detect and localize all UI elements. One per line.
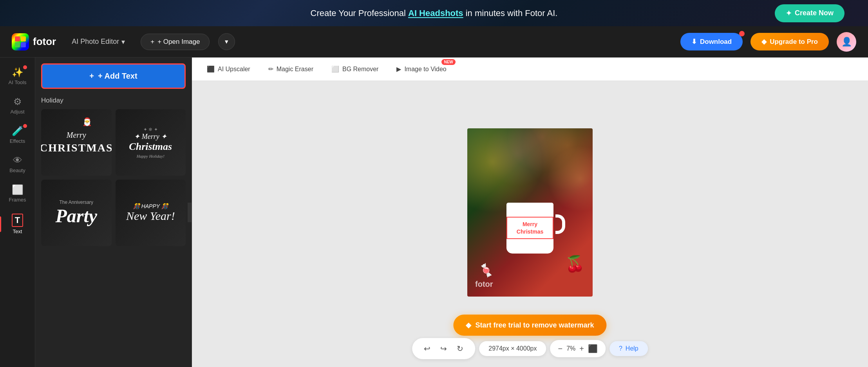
create-now-label: Create Now (795, 9, 834, 17)
fit-to-screen-button[interactable]: ⬛ (588, 344, 598, 353)
dimensions-display: 2974px × 4000px (479, 341, 546, 356)
tab-bg-remover[interactable]: ⬜ BG Remover (324, 62, 385, 76)
logo-area: fotor (12, 33, 56, 50)
avatar[interactable]: 👤 (837, 32, 856, 52)
help-button[interactable]: ? Help (609, 341, 648, 356)
adjust-icon: ⚙ (13, 96, 22, 107)
banner-text: Create Your Professional AI Headshots in… (311, 8, 558, 18)
zoom-controls: − 7% + ⬛ (550, 340, 606, 357)
photo-background: Merry Christmas 🍒 🍬 fotor (467, 128, 593, 297)
download-notification-badge (739, 31, 745, 36)
download-label: Download (700, 38, 732, 46)
open-image-dropdown-button[interactable]: ▾ (218, 33, 235, 50)
open-image-button[interactable]: + + Open Image (141, 34, 210, 50)
sidebar-item-beauty[interactable]: 👁 Beauty (0, 149, 35, 179)
canvas-area: ⬛ AI Upscaler ✏ Magic Eraser ⬜ BG Remove… (192, 58, 868, 367)
effects-notification-dot (23, 124, 27, 128)
rotate-button[interactable]: ↻ (453, 342, 467, 355)
nav-button-group: ↩ ↪ ↻ (412, 338, 475, 359)
image-to-video-icon: ▶ (396, 65, 401, 73)
add-text-label: + Add Text (98, 72, 137, 81)
mug-text-box[interactable]: Merry Christmas (506, 217, 553, 239)
download-button[interactable]: ⬇ Download (680, 33, 743, 50)
effects-label: Effects (10, 138, 25, 144)
upgrade-button[interactable]: ◆ Upgrade to Pro (750, 33, 829, 50)
sidebar-item-text[interactable]: T Text (0, 208, 35, 240)
plus-icon: + (150, 38, 154, 46)
ai-tools-notification-dot (23, 65, 27, 69)
frames-icon: ⬜ (12, 184, 24, 195)
logo-sq-yellow (21, 36, 26, 41)
upgrade-label: Upgrade to Pro (770, 38, 818, 46)
beauty-label: Beauty (9, 167, 25, 173)
help-label: Help (626, 345, 638, 352)
template-party[interactable]: The Anniversary Party (41, 180, 112, 246)
ai-upscaler-icon: ⬛ (207, 65, 215, 73)
undo-button[interactable]: ↩ (420, 342, 434, 355)
dimensions-text: 2974px × 4000px (488, 345, 537, 352)
merry-text-2: ✦ Merry ✦ (134, 132, 167, 141)
active-indicator (0, 216, 1, 232)
logo-sq-blue (21, 42, 26, 47)
chevron-down-icon-2: ▾ (225, 38, 228, 45)
sidebar-item-frames[interactable]: ⬜ Frames (0, 179, 35, 208)
logo-icon (12, 33, 29, 50)
magic-eraser-label: Magic Eraser (277, 66, 313, 73)
bg-remover-label: BG Remover (342, 66, 378, 73)
left-panel: + + Add Text Holiday 🎅 Merry CHRISTMAS ✦… (35, 58, 192, 367)
ai-tools-label: AI Tools (8, 79, 26, 85)
sidebar-item-ai-tools[interactable]: ✨ AI Tools (0, 61, 35, 91)
banner-text-before: Create Your Professional (311, 8, 409, 18)
sidebar-icons: ✨ AI Tools ⚙ Adjust 🧪 Effects 👁 Beauty ⬜… (0, 58, 35, 367)
avatar-image: 👤 (841, 37, 852, 47)
logo-text: fotor (33, 36, 56, 48)
tab-image-to-video[interactable]: NEW ▶ Image to Video (389, 62, 453, 76)
fotor-watermark: fotor (475, 280, 493, 289)
ai-editor-label: AI Photo Editor (72, 38, 119, 46)
beauty-icon: 👁 (13, 155, 22, 166)
banner-text-after: in minutes with Fotor AI. (466, 8, 558, 18)
sidebar-item-adjust[interactable]: ⚙ Adjust (0, 91, 35, 120)
logo-squares (15, 36, 26, 47)
create-now-button[interactable]: ✦ Create Now (775, 4, 844, 22)
banner-highlight: AI Headshots (408, 8, 463, 18)
add-text-button[interactable]: + + Add Text (41, 63, 186, 89)
holiday-section-title: Holiday (41, 97, 186, 104)
happy-holiday-text: Happy Holiday! (137, 154, 165, 158)
zoom-in-button[interactable]: + (579, 344, 584, 353)
merry-text-1: Merry (67, 131, 86, 140)
watermark-banner[interactable]: ◆ Start free trial to remove watermark (453, 315, 606, 336)
text-label: Text (13, 228, 22, 234)
anniversary-text: The Anniversary (59, 200, 93, 205)
tab-ai-upscaler[interactable]: ⬛ AI Upscaler (200, 62, 257, 76)
photo-canvas: Merry Christmas 🍒 🍬 fotor (467, 128, 593, 297)
image-to-video-label: Image to Video (404, 66, 446, 73)
create-now-icon: ✦ (786, 9, 792, 18)
top-banner: Create Your Professional AI Headshots in… (0, 0, 868, 26)
diamond-icon-2: ◆ (466, 321, 471, 329)
mug-text: Merry Christmas (517, 221, 543, 234)
tab-magic-eraser[interactable]: ✏ Magic Eraser (261, 62, 320, 76)
redo-button[interactable]: ↪ (436, 342, 451, 355)
mug-body: Merry Christmas (506, 203, 553, 254)
christmas-text-2: Christmas (129, 141, 172, 153)
panel-collapse-button[interactable]: ‹ (188, 203, 192, 222)
template-grid: 🎅 Merry CHRISTMAS ✦ ❄ ✦ ✦ Merry ✦ Christ… (41, 109, 186, 246)
effects-icon: 🧪 (12, 126, 24, 137)
main-layout: ✨ AI Tools ⚙ Adjust 🧪 Effects 👁 Beauty ⬜… (0, 58, 868, 367)
template-newyear[interactable]: 🎊 HAPPY 🎊 New Year! (116, 180, 186, 246)
new-badge: NEW (441, 59, 455, 65)
ai-upscaler-label: AI Upscaler (218, 66, 250, 73)
chevron-down-icon: ▾ (121, 38, 125, 46)
add-text-plus-icon: + (89, 72, 94, 81)
party-text: Party (55, 205, 97, 227)
help-icon: ? (619, 345, 622, 352)
ai-tools-icon: ✨ (12, 67, 24, 78)
header: fotor AI Photo Editor ▾ + + Open Image ▾… (0, 26, 868, 58)
template-christmas-1[interactable]: 🎅 Merry CHRISTMAS (41, 109, 112, 176)
ai-editor-button[interactable]: AI Photo Editor ▾ (72, 38, 125, 46)
zoom-out-button[interactable]: − (558, 344, 562, 353)
logo-sq-green (15, 42, 20, 47)
template-christmas-2[interactable]: ✦ ❄ ✦ ✦ Merry ✦ Christmas Happy Holiday! (116, 109, 186, 176)
sidebar-item-effects[interactable]: 🧪 Effects (0, 120, 35, 149)
